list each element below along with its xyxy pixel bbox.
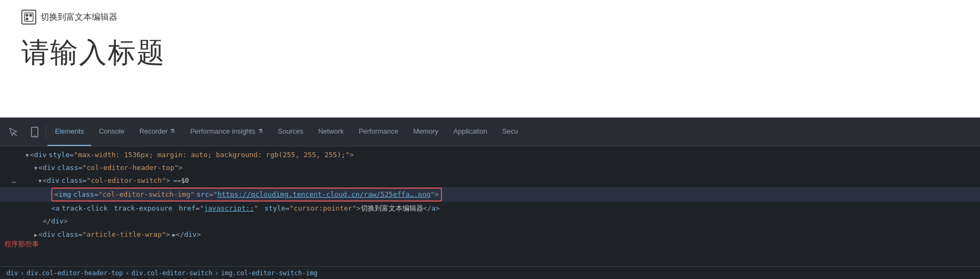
mobile-icon[interactable] <box>25 118 45 146</box>
svg-point-6 <box>34 135 35 136</box>
three-dots-icon: … <box>6 175 21 187</box>
tab-application[interactable]: Application <box>446 118 495 146</box>
svg-rect-1 <box>26 14 28 17</box>
svg-line-4 <box>13 133 17 136</box>
img-highlight: <img class="col-editor-switch-img" src="… <box>51 188 442 201</box>
tab-security[interactable]: Secu <box>495 118 526 146</box>
recorder-icon: ⚗ <box>170 128 175 135</box>
tab-network[interactable]: Network <box>311 118 351 146</box>
dom-line-4-img[interactable]: <img class="col-editor-switch-img" src="… <box>0 187 980 202</box>
tab-performance-insights[interactable]: Performance insights ⚗ <box>183 118 270 146</box>
devtools-tabs-bar: Elements Console Recorder ⚗ Performance … <box>0 118 980 146</box>
tab-performance[interactable]: Performance <box>351 118 406 146</box>
inspect-icon[interactable] <box>2 118 25 146</box>
devtools-panel: Elements Console Recorder ⚗ Performance … <box>0 118 980 279</box>
breadcrumb-img[interactable]: img.col-editor-switch-img <box>221 269 318 277</box>
dom-line-6-close[interactable]: </div> <box>0 215 980 228</box>
dom-line-1[interactable]: ▼ <div style="max-width: 1536px; margin:… <box>0 149 980 161</box>
performance-insights-icon: ⚗ <box>258 128 263 135</box>
triangle-icon-2: ▼ <box>34 164 37 173</box>
dom-line-5-a[interactable]: <a track-click track-exposure href="java… <box>0 202 980 215</box>
dom-footer: div › div.col-editor-header-top › div.co… <box>0 266 980 279</box>
dom-line-3[interactable]: … ▼ <div class="col-editor-switch" > == … <box>0 174 980 187</box>
triangle-icon-3: ▼ <box>38 176 42 185</box>
triangle-icon: ▼ <box>26 151 29 160</box>
svg-rect-3 <box>29 14 32 17</box>
breadcrumb-header-top[interactable]: div.col-editor-header-top <box>27 269 123 277</box>
tab-console[interactable]: Console <box>91 118 132 146</box>
switch-icon <box>21 10 36 25</box>
tab-elements[interactable]: Elements <box>48 118 91 146</box>
breadcrumb-div[interactable]: div <box>6 269 18 277</box>
tab-sources[interactable]: Sources <box>271 118 311 146</box>
dom-line-7[interactable]: ▶ <div class="article-title-wrap" > ▶ </… <box>0 228 980 241</box>
dom-tree-area: ▼ <div style="max-width: 1536px; margin:… <box>0 146 980 266</box>
tab-separator-1 <box>46 124 46 140</box>
dom-line-2[interactable]: ▼ <div class="col-editor-header-top" > <box>0 161 980 174</box>
page-area: 切换到富文本编辑器 请输入标题 <box>0 0 980 118</box>
svg-rect-2 <box>26 18 28 20</box>
tab-recorder[interactable]: Recorder ⚗ <box>132 118 183 146</box>
breadcrumb-switch[interactable]: div.col-editor-switch <box>131 269 212 277</box>
switch-bar: 切换到富文本编辑器 <box>21 10 959 25</box>
side-label: 程序那些事 <box>4 238 39 250</box>
tab-memory[interactable]: Memory <box>406 118 446 146</box>
switch-label: 切换到富文本编辑器 <box>41 12 117 23</box>
page-title[interactable]: 请输入标题 <box>21 34 959 72</box>
collapsed-indicator: ▶ <box>172 230 176 241</box>
